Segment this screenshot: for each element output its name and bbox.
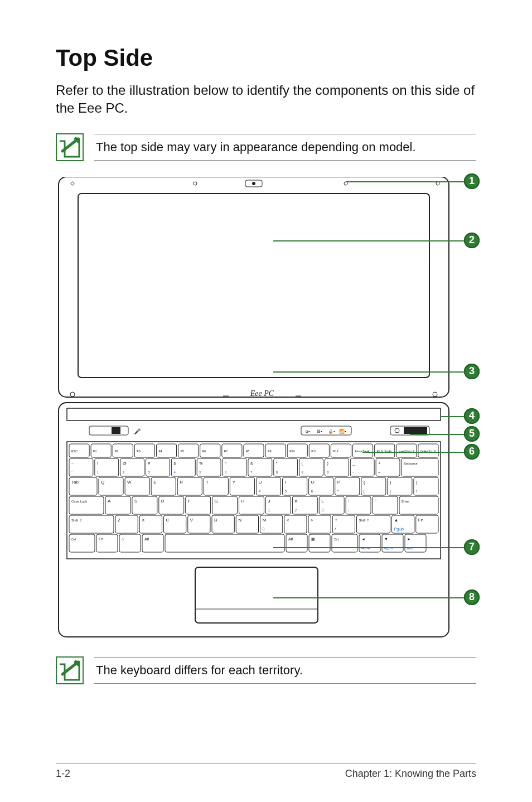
- key-label: G: [215, 499, 218, 504]
- key-label: T: [206, 480, 209, 485]
- key-label: <: [287, 518, 289, 523]
- key-label: +: [378, 461, 380, 465]
- callout-6: 6: [464, 444, 480, 460]
- svg-text:📶•: 📶•: [339, 428, 346, 434]
- key-label: K: [294, 499, 298, 504]
- key-label: P: [337, 480, 340, 485]
- callout-line-3: [273, 371, 464, 373]
- key-label: ▦: [311, 537, 315, 541]
- key-label: ): [327, 461, 328, 466]
- note-2-text: The keyboard differs for each territory.: [94, 657, 476, 684]
- svg-rect-13: [67, 408, 441, 421]
- key-label: Alt: [144, 537, 149, 541]
- key-label: Ctrl: [334, 538, 338, 541]
- key-sublabel: PgUp: [394, 527, 404, 532]
- key-sublabel: .: [311, 527, 312, 531]
- key-label: I: [285, 480, 286, 485]
- callout-line-6: [362, 452, 464, 453]
- key-label: U: [258, 480, 262, 485]
- key-sublabel: [: [364, 489, 365, 494]
- svg-text:🔒•: 🔒•: [328, 428, 335, 434]
- key-label: Enter: [402, 500, 409, 503]
- key-label: !: [97, 461, 98, 465]
- callout-line-2: [273, 240, 464, 241]
- key-label: Ctrl: [71, 538, 76, 541]
- key-sublabel: 2: [294, 508, 297, 512]
- laptop-diagram: Eee PC 🎤 ⌀• ⊟• 🔒• 📶• ESCF1F2F3F4F5F6F7F8…: [56, 177, 457, 640]
- key-label: ▼: [384, 537, 388, 541]
- callout-line-8: [273, 597, 464, 598]
- key-label: Caps Lock: [71, 500, 88, 503]
- key-label: _: [352, 461, 355, 466]
- key-sublabel: 3: [321, 508, 323, 512]
- key-label: C: [166, 518, 170, 523]
- key-sublabel: ]: [390, 489, 391, 494]
- key-label: ►: [407, 537, 411, 541]
- key-label: ◄: [361, 537, 365, 541]
- key-label: M: [263, 518, 267, 523]
- key-label: #: [148, 461, 151, 465]
- key-label: Tab: [71, 480, 79, 485]
- key-label: Q: [101, 480, 104, 485]
- key-label: F10: [289, 450, 294, 453]
- note-1: The top side may vary in appearance depe…: [56, 133, 476, 161]
- note-2: The keyboard differs for each territory.: [56, 656, 476, 684]
- page-footer: 1-2 Chapter 1: Knowing the Parts: [56, 763, 476, 780]
- footer-page-number: 1-2: [56, 768, 70, 780]
- footer-chapter: Chapter 1: Knowing the Parts: [345, 768, 476, 780]
- key-label: %: [199, 461, 202, 465]
- key: [69, 496, 104, 514]
- key-label: F1: [93, 450, 96, 453]
- key-sublabel: 1: [268, 508, 270, 512]
- key-label: ": [375, 499, 376, 504]
- note-icon: [56, 133, 84, 161]
- key-label: A: [108, 499, 111, 504]
- callout-7: 7: [464, 539, 480, 555]
- key: [399, 496, 438, 514]
- key-label: &: [250, 461, 253, 465]
- svg-text:⌀•: ⌀•: [306, 429, 310, 434]
- key-label: D: [161, 499, 165, 504]
- key-sublabel: *: [337, 489, 339, 493]
- key-label: Shift ⇧: [71, 519, 82, 522]
- key-sublabel: 5: [285, 489, 287, 493]
- key-label: X: [142, 518, 145, 523]
- key-sublabel: ;: [348, 508, 349, 512]
- key: [402, 458, 438, 476]
- callout-1: 1: [464, 173, 480, 189]
- key-label: B: [214, 518, 217, 523]
- key-label: |: [416, 480, 417, 485]
- svg-point-4: [252, 182, 255, 185]
- key-label: F: [188, 499, 191, 504]
- key-label: :: [348, 499, 349, 504]
- key: [165, 534, 284, 552]
- key-label: F11: [311, 450, 316, 453]
- key: [346, 496, 371, 514]
- svg-rect-24: [404, 427, 427, 434]
- key-sublabel: `: [71, 471, 72, 474]
- key-label: Fn: [418, 518, 423, 523]
- key-label: ~: [71, 461, 74, 465]
- key-sublabel: /: [335, 527, 336, 531]
- key-label: W: [127, 480, 132, 485]
- key-label: Alt: [288, 537, 293, 541]
- svg-text:🎤: 🎤: [134, 428, 141, 435]
- key-label: J: [268, 499, 270, 504]
- note-1-text: The top side may vary in appearance depe…: [94, 134, 476, 161]
- callout-line-5: [410, 434, 464, 435]
- key-label: F4: [158, 450, 162, 453]
- intro-text: Refer to the illustration below to ident…: [56, 81, 476, 118]
- key-sublabel: 4: [258, 489, 260, 493]
- key-sublabel: ,: [287, 527, 288, 531]
- key-label: Y: [232, 480, 235, 485]
- key-sublabel: 0: [263, 527, 265, 531]
- key-label: Backspace: [404, 462, 418, 465]
- key-label: F3: [137, 450, 140, 453]
- key-label: F9: [268, 450, 271, 453]
- callout-5: 5: [464, 426, 480, 442]
- key-label: {: [364, 480, 365, 485]
- svg-rect-15: [112, 427, 120, 434]
- logo-text: Eee PC: [250, 389, 274, 398]
- key-label: F12: [333, 450, 338, 453]
- key-label: Fn: [99, 537, 103, 541]
